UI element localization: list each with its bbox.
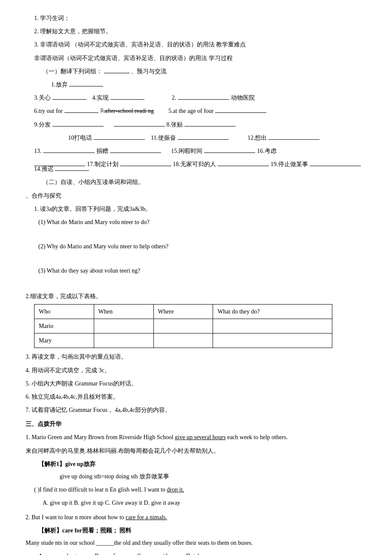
cell-mario-where [153,319,213,333]
task2-heading: 2.细读文章，完成以下表格。 [26,291,366,302]
point1-en: 1. Mario Green and Mary Brown from River… [26,432,366,443]
analysis1-line1: give up doing sth=stop doing sth 放弃做某事 [60,471,366,482]
question-2: (2) Why do Mario and Mary volu nteer to … [38,241,366,252]
task1: 1. 读3a的文章。回答下列问题，完成3a&3b。 [34,204,366,214]
item3-heading: 3. 非谓语动词 （动词不定式做宾语、宾语补足语、目的状语）的用法 教学重难点 [34,39,366,50]
task3: 3. 再读文章，勾画出其中的重点短语。 [26,351,366,362]
analysis1-options: A. give up it B. give it up C. Give away… [43,497,366,508]
vocab-1: 1.放弃 [51,79,366,90]
vocab-row4: 10打电话 11.使振奋 12.想出 [68,132,366,143]
table-row-mario: Mario [35,319,332,333]
answer-blank-1 [26,230,366,239]
analysis1-heading: 【解析1】give up放弃 [38,459,366,469]
cell-mary-what [213,334,332,348]
task7: 7. 试着背诵记忆 Grammar Focus， 4a,4b,4c部分的内容。 [26,405,366,415]
cell-mary-who: Mary [35,334,94,348]
list-item-1: 1. 学习生词； [34,13,366,23]
page-content: 1. 学习生词； 2. 理解短文大意，把握细节。 3. 非谓语动词 （动词不定式… [26,13,366,555]
cell-mary-when [94,334,153,348]
table-header-who: Who [35,304,94,319]
answer-blank-3 [26,279,366,288]
analysis2-options: A．worry about B. care for C. agree with … [38,551,366,555]
cell-mary-where [153,334,213,348]
task5: 5. 小组内大声朗读 Grammar Focus的对话。 [26,378,366,389]
cell-mario-who: Mario [35,319,94,333]
hezuo-heading: 、合作与探究 [26,190,366,201]
question-1: (1) What do Mario and Mary volu nteer to… [38,217,366,227]
table-header-what: What do they do? [213,304,332,319]
analysis1-exercise: ( )I find it too difficult to lear n En … [34,484,366,495]
table-header-where: Where [153,304,213,319]
task6: 6. 独立完成4a,4b,4c,并且核对答案。 [26,391,366,402]
section-yi: （一）翻译下列词组： 、预习与交流 [43,66,366,77]
item3-sub: 非谓语动词（动词不定式做宾语、宾语补足语、目的状语）的用法 学习过程 [34,53,366,63]
vocab-row1: 3.关心 4.实现 2. 动物医院 [34,92,366,103]
point2-en: 2. But I want to lear n more about how t… [26,512,366,523]
question-3: (3) What do they say about volun teeri n… [38,265,366,276]
answer-blank-2 [26,254,366,263]
san-heading: 三、点拨升华 [26,419,366,429]
vocab-row2: 6.try out for 7.after-school readi ng 5.… [34,106,366,116]
cell-mario-when [94,319,153,333]
vocab-row3: 9.分发 8.张贴 [34,119,366,130]
table-row-mary: Mary [35,334,332,348]
task4: 4. 用动词不定式填空，完成 3c。 [26,365,366,376]
cell-mario-what [213,319,332,333]
table-header-when: When [94,304,153,319]
analysis2-heading: 【解析】care for照看；照顾； 照料 [38,525,366,536]
reading-table: Who When Where What do they do? Mario Ma… [34,304,332,348]
analysis2-exercise: Many stude nts in our school ______the o… [26,538,366,548]
section-er: （二）自读、小组内互读单词和词组。 [43,177,366,187]
point1-cn: 来自河畔高中的马里奥.格林和玛丽.布朗每周都会花几个小时去帮助别人。 [26,446,366,456]
list-item-2: 2. 理解短文大意，把握细节。 [34,26,366,37]
vocab-row5: 13. 捐赠 15.闲暇时间 16.考虑 [34,146,366,156]
